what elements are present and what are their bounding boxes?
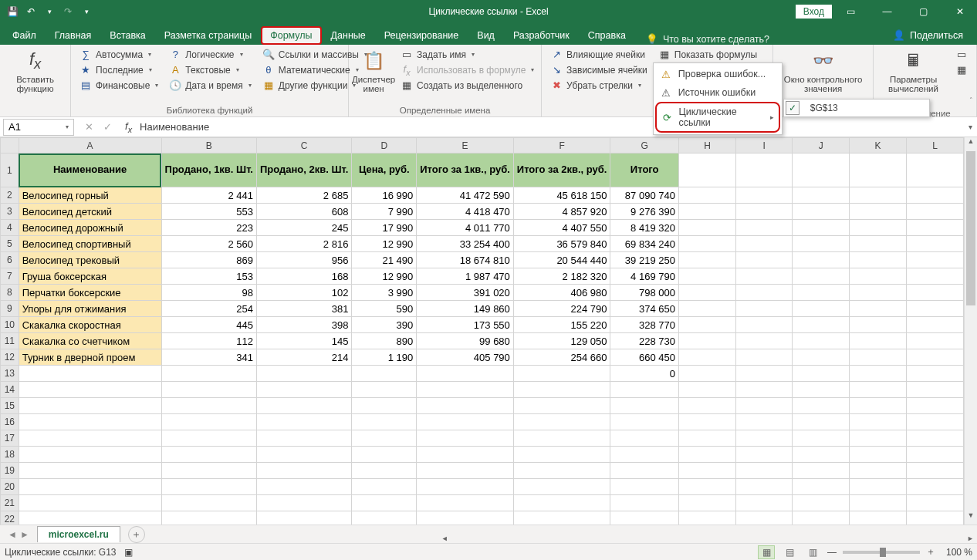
cell-J5[interactable]: [793, 236, 850, 252]
zoom-out-icon[interactable]: —: [827, 547, 837, 558]
cell-C9[interactable]: 381: [256, 301, 351, 317]
redo-icon[interactable]: ↷: [62, 5, 74, 18]
cell-B22[interactable]: [161, 511, 256, 525]
cell-G20[interactable]: [610, 479, 678, 495]
cell-C18[interactable]: [256, 447, 351, 463]
cell-K2[interactable]: [850, 187, 907, 204]
cell-C7[interactable]: 168: [256, 268, 351, 285]
share-button[interactable]: 👤 Поделиться: [882, 25, 974, 45]
cell-L10[interactable]: [907, 317, 964, 333]
cell-C2[interactable]: 2 685: [256, 187, 351, 204]
name-manager-button[interactable]: 📋 Диспетчер имен: [353, 47, 394, 104]
cell-B19[interactable]: [161, 463, 256, 479]
row-header-17[interactable]: 17: [1, 430, 19, 447]
cell-C4[interactable]: 245: [256, 220, 351, 236]
tab-nav-next-icon[interactable]: ►: [20, 529, 29, 540]
cell-K11[interactable]: [850, 333, 907, 349]
define-name-button[interactable]: ▭Задать имя▾: [397, 47, 538, 62]
cell-J14[interactable]: [793, 382, 850, 398]
cell-E21[interactable]: [417, 495, 514, 511]
zoom-in-icon[interactable]: ＋: [926, 545, 935, 558]
cell-I19[interactable]: [736, 463, 793, 479]
cell-E16[interactable]: [417, 414, 514, 430]
cell-E10[interactable]: 173 550: [417, 317, 514, 333]
sheet-tab[interactable]: microexcel.ru: [37, 526, 120, 542]
cell-A4[interactable]: Велосипед дорожный: [19, 220, 161, 236]
cell-I8[interactable]: [736, 285, 793, 301]
cell-H17[interactable]: [678, 430, 735, 447]
cell-B13[interactable]: [161, 366, 256, 382]
tab-home[interactable]: Главная: [46, 26, 101, 45]
cell-J11[interactable]: [793, 333, 850, 349]
cell-I18[interactable]: [736, 447, 793, 463]
cell-G18[interactable]: [610, 447, 678, 463]
cell-A9[interactable]: Упоры для отжимания: [19, 301, 161, 317]
cell-E15[interactable]: [417, 398, 514, 414]
cell-K22[interactable]: [850, 511, 907, 525]
cell-F4[interactable]: 4 407 550: [513, 220, 610, 236]
fx-button-icon[interactable]: fx: [122, 120, 135, 134]
cell-J15[interactable]: [793, 398, 850, 414]
cell-I20[interactable]: [736, 479, 793, 495]
cell-J10[interactable]: [793, 317, 850, 333]
cell-L16[interactable]: [907, 414, 964, 430]
cell-H22[interactable]: [678, 511, 735, 525]
cell-I4[interactable]: [736, 220, 793, 236]
cell-C19[interactable]: [256, 463, 351, 479]
cell-D7[interactable]: 12 990: [352, 268, 417, 285]
cell-K7[interactable]: [850, 268, 907, 285]
cell-H9[interactable]: [678, 301, 735, 317]
row-header-15[interactable]: 15: [1, 398, 19, 414]
cell-A3[interactable]: Велосипед детский: [19, 204, 161, 220]
row-header-2[interactable]: 2: [1, 187, 19, 204]
cell-H19[interactable]: [678, 463, 735, 479]
page-layout-view-icon[interactable]: ▤: [781, 545, 798, 559]
cell-I21[interactable]: [736, 495, 793, 511]
insert-function-button[interactable]: fx Вставить функцию: [5, 47, 66, 113]
cell-K1[interactable]: [850, 153, 907, 187]
collapse-ribbon-icon[interactable]: ˄: [969, 96, 973, 104]
cell-E1[interactable]: Итого за 1кв., руб.: [417, 153, 514, 187]
cell-I2[interactable]: [736, 187, 793, 204]
tab-insert[interactable]: Вставка: [100, 26, 154, 45]
cell-G21[interactable]: [610, 495, 678, 511]
cell-D19[interactable]: [352, 463, 417, 479]
normal-view-icon[interactable]: ▦: [758, 545, 775, 559]
cell-J17[interactable]: [793, 430, 850, 447]
cell-A16[interactable]: [19, 414, 161, 430]
cell-E5[interactable]: 33 254 400: [417, 236, 514, 252]
tab-formulas[interactable]: Формулы: [261, 26, 321, 45]
tab-layout[interactable]: Разметка страницы: [155, 26, 261, 45]
cell-I12[interactable]: [736, 349, 793, 366]
cell-E14[interactable]: [417, 382, 514, 398]
cell-K13[interactable]: [850, 366, 907, 382]
minimize-icon[interactable]: —: [870, 0, 904, 23]
cell-H15[interactable]: [678, 398, 735, 414]
cell-G5[interactable]: 69 834 240: [610, 236, 678, 252]
cell-K12[interactable]: [850, 349, 907, 366]
cell-C3[interactable]: 608: [256, 204, 351, 220]
cell-G15[interactable]: [610, 398, 678, 414]
cell-A20[interactable]: [19, 479, 161, 495]
cell-C6[interactable]: 956: [256, 252, 351, 268]
undo-icon[interactable]: ↶: [25, 5, 37, 18]
col-header-J[interactable]: J: [793, 138, 850, 153]
date-button[interactable]: 🕓Дата и время▾: [165, 78, 255, 93]
row-header-4[interactable]: 4: [1, 220, 19, 236]
cell-E18[interactable]: [417, 447, 514, 463]
cell-C22[interactable]: [256, 511, 351, 525]
cell-F21[interactable]: [513, 495, 610, 511]
cell-E17[interactable]: [417, 430, 514, 447]
show-formulas-button[interactable]: ▦Показать формулы: [654, 47, 771, 62]
col-header-C[interactable]: C: [256, 138, 351, 153]
watch-window-button[interactable]: 👓 Окно контрольного значения: [778, 47, 868, 104]
cell-A8[interactable]: Перчатки боксерские: [19, 285, 161, 301]
cell-A19[interactable]: [19, 463, 161, 479]
cell-B9[interactable]: 254: [161, 301, 256, 317]
cell-E4[interactable]: 4 011 770: [417, 220, 514, 236]
macro-record-icon[interactable]: ▣: [124, 547, 133, 558]
cell-F10[interactable]: 155 220: [513, 317, 610, 333]
cell-E11[interactable]: 99 680: [417, 333, 514, 349]
cell-D11[interactable]: 890: [352, 333, 417, 349]
cell-D16[interactable]: [352, 414, 417, 430]
